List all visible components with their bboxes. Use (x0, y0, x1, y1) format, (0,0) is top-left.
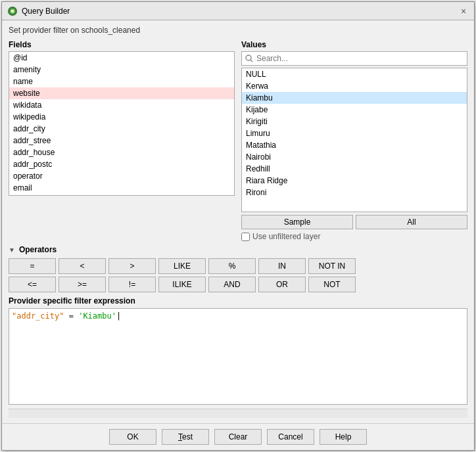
fields-list-item[interactable]: @id (9, 52, 234, 64)
operator-button[interactable]: AND (208, 277, 256, 292)
operator-button[interactable]: IN (258, 258, 306, 274)
values-list-item[interactable]: Rironi (242, 187, 467, 198)
cancel-button[interactable]: Cancel (267, 429, 314, 445)
fields-list-item[interactable]: addr_city (9, 123, 234, 135)
values-list-item[interactable]: Limuru (242, 127, 467, 139)
operator-button[interactable]: LIKE (158, 258, 206, 274)
values-label: Values (241, 40, 467, 49)
operator-button[interactable]: = (9, 258, 56, 274)
filter-key: "addr_city" (12, 311, 64, 321)
operator-button[interactable]: NOT (308, 277, 356, 292)
unfiltered-checkbox[interactable] (241, 233, 250, 241)
fields-list-item[interactable]: operator (9, 170, 234, 182)
values-list-item[interactable]: Matathia (242, 139, 467, 151)
filter-expression-wrapper: "addr_city" = 'Kiambu'| (9, 308, 467, 405)
filter-section: Provider specific filter expression "add… (9, 296, 467, 405)
clear-button[interactable]: Clear (214, 429, 262, 445)
app-icon (7, 6, 18, 16)
values-list-item[interactable]: Kerwa (242, 80, 467, 92)
filter-op: = (69, 311, 78, 321)
values-list-item[interactable]: Redhill (242, 163, 467, 175)
operators-row-2: <=>=!=ILIKEANDORNOT (9, 277, 467, 292)
fields-list-item[interactable]: amenity (9, 64, 234, 76)
operators-arrow-icon: ▼ (9, 246, 15, 254)
values-buttons-row: Sample All (241, 215, 467, 229)
title-bar-left: Query Builder (7, 6, 70, 16)
operator-button[interactable]: > (108, 258, 156, 274)
fields-list-item[interactable]: addr_house (9, 147, 234, 158)
help-button[interactable]: Help (320, 429, 367, 445)
fields-panel: Fields @idamenitynamewebsitewikidatawiki… (9, 40, 235, 241)
main-content: Set provider filter on schools_cleaned F… (2, 20, 474, 423)
operator-button[interactable]: <= (9, 277, 56, 292)
values-list-item[interactable]: Kirigiti (242, 116, 467, 127)
values-list-item[interactable]: Kijabe (242, 104, 467, 116)
operator-button[interactable]: >= (59, 277, 106, 292)
svg-point-2 (11, 10, 14, 12)
bottom-buttons: OK Test Clear Cancel Help (2, 423, 474, 450)
panels-row: Fields @idamenitynamewebsitewikidatawiki… (9, 40, 467, 241)
fields-list-item[interactable]: wikidata (9, 99, 234, 111)
filter-label: Provider specific filter expression (9, 296, 467, 305)
test-button[interactable]: Test (162, 429, 209, 445)
operators-row-1: =<>LIKE%INNOT IN (9, 258, 467, 274)
operator-button[interactable]: % (208, 258, 256, 274)
fields-listbox[interactable]: @idamenitynamewebsitewikidatawikipediaad… (9, 51, 235, 196)
horizontal-scrollbar[interactable] (9, 409, 467, 418)
operator-button[interactable]: ILIKE (158, 277, 206, 292)
operator-button[interactable]: != (108, 277, 156, 292)
unfiltered-label: Use unfiltered layer (252, 232, 320, 241)
values-list-item[interactable]: Nairobi (242, 151, 467, 163)
fields-list-item[interactable]: website (9, 87, 234, 99)
values-panel: Values NULLKerwaKiambuKijabeKirigitiLimu… (241, 40, 467, 241)
fields-list-item[interactable]: name (9, 76, 234, 87)
operator-button[interactable]: NOT IN (308, 258, 356, 274)
sample-button[interactable]: Sample (241, 215, 353, 229)
unfiltered-row: Use unfiltered layer (241, 232, 467, 241)
filter-cursor: | (116, 311, 121, 321)
query-builder-window: Query Builder × Set provider filter on s… (1, 1, 475, 451)
title-bar: Query Builder × (2, 2, 474, 20)
fields-label: Fields (9, 40, 235, 49)
fields-list-item[interactable]: addr_stree (9, 135, 234, 147)
operators-header[interactable]: ▼ Operators (9, 245, 467, 254)
operator-button[interactable]: < (59, 258, 106, 274)
operator-button[interactable]: OR (258, 277, 306, 292)
values-list-item[interactable]: NULL (242, 68, 467, 80)
filter-expression-display: "addr_city" = 'Kiambu'| (12, 311, 464, 321)
ok-button[interactable]: OK (109, 429, 156, 445)
window-title: Query Builder (22, 7, 70, 16)
operators-section: ▼ Operators =<>LIKE%INNOT IN <=>=!=ILIKE… (9, 245, 467, 292)
operators-grid: =<>LIKE%INNOT IN <=>=!=ILIKEANDORNOT (9, 258, 467, 292)
fields-list-item[interactable]: wikipedia (9, 111, 234, 123)
values-list-item[interactable]: Riara Ridge (242, 175, 467, 187)
filter-val: 'Kiambu' (78, 311, 116, 321)
fields-list-item[interactable]: email (9, 182, 234, 194)
all-button[interactable]: All (356, 215, 467, 229)
values-listbox[interactable]: NULLKerwaKiambuKijabeKirigitiLimuruMatat… (241, 68, 467, 212)
search-input[interactable] (241, 51, 467, 66)
fields-list-item[interactable]: opening_ho (9, 194, 234, 196)
values-list-item[interactable]: Kiambu (242, 92, 467, 104)
operators-label: Operators (19, 245, 57, 254)
close-button[interactable]: × (458, 6, 469, 16)
fields-list-item[interactable]: addr_postc (9, 158, 234, 170)
test-rest: est (182, 432, 193, 441)
subtitle: Set provider filter on schools_cleaned (9, 26, 467, 35)
